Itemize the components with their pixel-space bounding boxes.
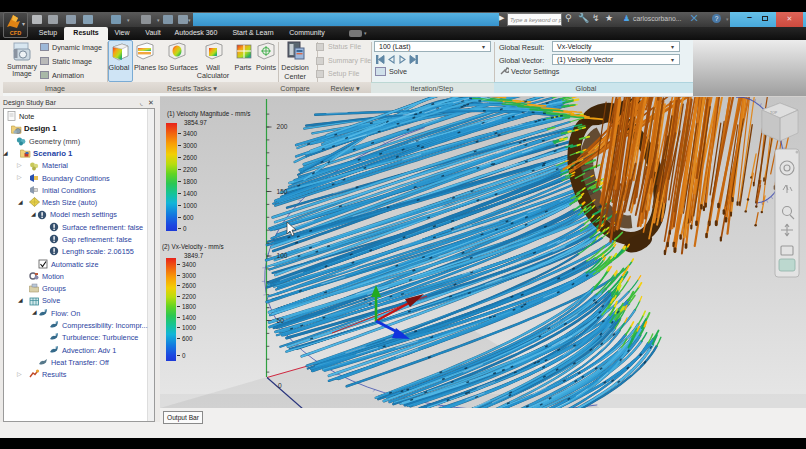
svg-text:50: 50 (277, 317, 285, 324)
svg-text:150: 150 (277, 188, 288, 195)
svg-text:100: 100 (277, 252, 288, 259)
svg-text:TOP: TOP (770, 111, 778, 115)
svg-text:200: 200 (277, 123, 288, 130)
svg-text:0: 0 (278, 382, 282, 389)
